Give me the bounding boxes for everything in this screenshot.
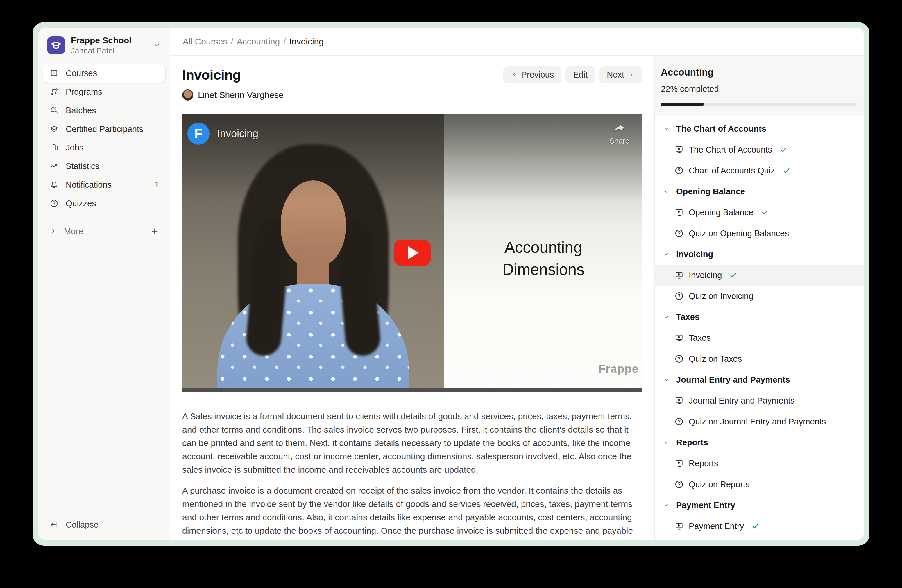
next-button-label: Next xyxy=(607,70,624,80)
lesson-author: Linet Sherin Varghese xyxy=(182,89,642,100)
outline-section-reports[interactable]: Reports xyxy=(655,432,864,453)
course-outline-list: The Chart of AccountsThe Chart of Accoun… xyxy=(655,116,864,540)
outline-item-quiz-on-opening-balances-quiz[interactable]: Quiz on Opening Balances xyxy=(655,223,864,244)
outline-section-invoicing[interactable]: Invoicing xyxy=(655,244,864,265)
sidebar-item-label: Certified Participants xyxy=(66,124,144,134)
outline-section-label: The Chart of Accounts xyxy=(676,124,766,134)
outline-item-quiz-on-reports-quiz[interactable]: Quiz on Reports xyxy=(655,474,864,495)
outline-item-label: Journal Entry and Payments xyxy=(689,396,794,405)
page-title: Invoicing xyxy=(182,67,241,83)
outline-section-taxes[interactable]: Taxes xyxy=(655,307,864,327)
question-circle-icon xyxy=(674,479,684,489)
outline-item-reports[interactable]: Reports xyxy=(655,453,864,474)
outline-item-opening-balance[interactable]: Opening Balance xyxy=(655,202,864,223)
outline-item-payment-entry[interactable]: Payment Entry xyxy=(655,516,864,536)
graduation-cap-icon xyxy=(49,124,59,134)
sidebar-item-label: Programs xyxy=(66,87,102,97)
outline-item-label: Taxes xyxy=(689,333,711,343)
outline-item-label: The Chart of Accounts xyxy=(689,145,772,155)
question-circle-icon xyxy=(674,166,684,175)
chevron-left-icon xyxy=(511,71,518,78)
course-outline-panel: Accounting 22% completed The Chart of Ac… xyxy=(655,56,864,540)
edit-button-label: Edit xyxy=(573,70,587,80)
sidebar-item-batches[interactable]: Batches xyxy=(43,101,165,120)
sidebar-item-more[interactable]: More xyxy=(43,222,165,241)
check-icon xyxy=(761,208,769,217)
sidebar-nav: CoursesProgramsBatchesCertified Particip… xyxy=(43,64,165,213)
frappe-school-app: Frappe School Jannat Patel CoursesProgra… xyxy=(38,28,864,540)
outline-item-label: Quiz on Taxes xyxy=(689,354,742,364)
video-lesson-icon xyxy=(674,333,684,343)
sidebar-item-label: Notifications xyxy=(66,180,111,190)
chevron-down-icon xyxy=(663,439,670,446)
outline-section-label: Invoicing xyxy=(676,250,713,259)
previous-button-label: Previous xyxy=(521,70,554,80)
course-progress-fill xyxy=(661,103,704,106)
breadcrumb-link-accounting[interactable]: Accounting xyxy=(237,37,280,47)
sidebar-item-notifications[interactable]: Notifications1 xyxy=(43,175,165,194)
video-title-overlay[interactable]: F Invoicing xyxy=(188,123,258,145)
sidebar-item-courses[interactable]: Courses xyxy=(43,64,165,83)
route-icon xyxy=(49,87,59,97)
outline-item-invoicing[interactable]: Invoicing xyxy=(655,265,864,286)
breadcrumb-separator: / xyxy=(231,37,233,47)
breadcrumb-current: Invoicing xyxy=(290,37,324,47)
outline-section-payment-entry[interactable]: Payment Entry xyxy=(655,495,864,516)
sidebar-item-quizzes[interactable]: Quizzes xyxy=(43,194,165,213)
content-column: All Courses/Accounting/Invoicing Invoici… xyxy=(170,28,864,540)
users-icon xyxy=(49,106,59,115)
plus-icon[interactable] xyxy=(150,227,159,236)
outline-section-label: Payment Entry xyxy=(676,500,735,510)
lesson-main: Invoicing Previous Edit Next xyxy=(170,56,655,540)
sidebar-item-jobs[interactable]: Jobs xyxy=(43,138,165,157)
outline-section-opening-balance[interactable]: Opening Balance xyxy=(655,181,864,202)
breadcrumb-link-all-courses[interactable]: All Courses xyxy=(183,37,227,47)
play-button[interactable] xyxy=(394,240,431,266)
video-title-text: Invoicing xyxy=(217,128,258,140)
author-avatar xyxy=(182,89,193,100)
course-title: Accounting xyxy=(661,67,857,78)
outline-item-chart-of-accounts-quiz-quiz[interactable]: Chart of Accounts Quiz xyxy=(655,160,864,181)
edit-button[interactable]: Edit xyxy=(565,66,595,83)
video-progress-bar[interactable] xyxy=(182,388,642,392)
outline-item-label: Quiz on Journal Entry and Payments xyxy=(689,417,826,427)
outline-item-label: Reports xyxy=(689,459,718,468)
next-button[interactable]: Next xyxy=(599,66,642,83)
share-button[interactable]: Share xyxy=(609,122,630,145)
collapse-icon xyxy=(49,520,59,529)
check-icon xyxy=(729,271,738,280)
video-player[interactable]: Accounting Dimensions Frappe F Invoicing xyxy=(182,114,642,392)
chevron-down-icon xyxy=(663,251,670,258)
outline-section-label: Opening Balance xyxy=(676,187,745,196)
notification-count-badge: 1 xyxy=(154,180,159,189)
app-title: Frappe School xyxy=(71,36,132,45)
video-lesson-icon xyxy=(674,396,684,405)
video-lesson-icon xyxy=(674,270,684,280)
outline-section-journal-entry-and-payments[interactable]: Journal Entry and Payments xyxy=(655,369,864,390)
chevron-down-icon xyxy=(663,188,670,195)
paragraph: A Sales invoice is a formal document sen… xyxy=(182,410,642,477)
outline-item-quiz-on-taxes-quiz[interactable]: Quiz on Taxes xyxy=(655,348,864,369)
course-progress-bar xyxy=(661,103,857,106)
outline-item-the-chart-of-accounts[interactable]: The Chart of Accounts xyxy=(655,139,864,160)
play-icon xyxy=(408,246,419,259)
sidebar-item-certified-participants[interactable]: Certified Participants xyxy=(43,120,165,138)
sidebar-item-label: Courses xyxy=(66,69,97,78)
outline-section-label: Taxes xyxy=(676,312,700,322)
paragraph: A purchase invoice is a document created… xyxy=(182,484,642,538)
outline-item-label: Invoicing xyxy=(689,271,722,280)
previous-button[interactable]: Previous xyxy=(503,66,562,83)
app-window: Frappe School Jannat Patel CoursesProgra… xyxy=(33,22,869,546)
sidebar-item-programs[interactable]: Programs xyxy=(43,83,165,101)
outline-item-quiz-on-invoicing-quiz[interactable]: Quiz on Invoicing xyxy=(655,286,864,307)
sidebar-item-statistics[interactable]: Statistics xyxy=(43,157,165,175)
outline-item-journal-entry-and-payments[interactable]: Journal Entry and Payments xyxy=(655,390,864,411)
outline-item-quiz-on-journal-entry-and-payments-quiz[interactable]: Quiz on Journal Entry and Payments xyxy=(655,411,864,432)
workspace-switcher[interactable]: Frappe School Jannat Patel xyxy=(43,32,165,59)
sidebar-collapse-button[interactable]: Collapse xyxy=(43,516,165,533)
outline-section-the-chart-of-accounts[interactable]: The Chart of Accounts xyxy=(655,118,864,139)
chevron-down-icon xyxy=(153,41,161,50)
outline-item-taxes[interactable]: Taxes xyxy=(655,327,864,348)
outline-item-label: Opening Balance xyxy=(689,208,753,217)
sidebar-item-label: Quizzes xyxy=(66,199,96,208)
